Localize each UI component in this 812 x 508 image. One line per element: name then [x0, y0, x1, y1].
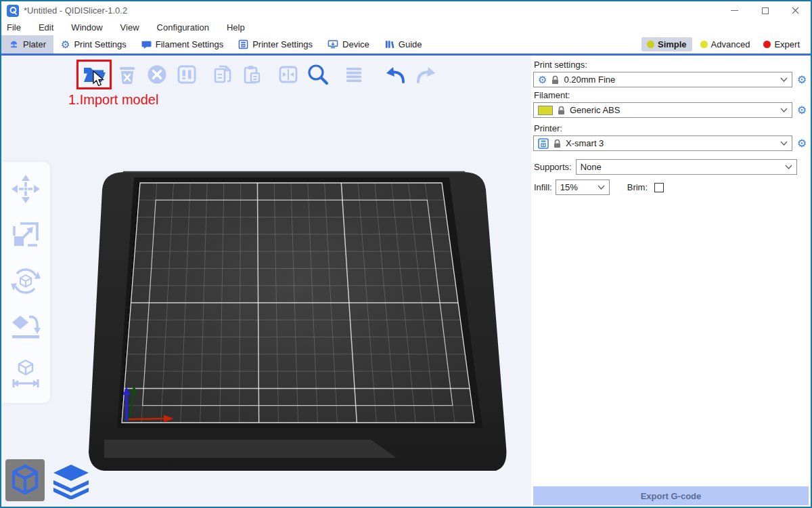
- split-objects-button[interactable]: [273, 60, 303, 89]
- preview-layers-button[interactable]: [50, 462, 92, 501]
- infill-label: Infill:: [534, 182, 552, 192]
- chevron-down-icon: [780, 141, 788, 146]
- redo-button[interactable]: [411, 60, 441, 89]
- guide-icon: [384, 39, 394, 49]
- filament-color-swatch: [538, 106, 553, 115]
- close-button[interactable]: [780, 1, 811, 20]
- filament-dropdown[interactable]: Generic ABS: [533, 102, 792, 118]
- place-on-face-tool-button[interactable]: [4, 305, 47, 349]
- lock-icon: [551, 75, 559, 85]
- delete-all-button[interactable]: [142, 60, 172, 89]
- paste-button[interactable]: [238, 60, 267, 89]
- mode-switcher: Simple Advanced Expert: [641, 35, 811, 54]
- scale-icon: [10, 219, 41, 251]
- measure-icon: [10, 358, 41, 389]
- 3d-viewport[interactable]: 1.Import model: [1, 56, 531, 507]
- undo-icon: [384, 63, 408, 86]
- circle-x-icon: [145, 63, 168, 86]
- 3d-editor-view-button[interactable]: [5, 459, 45, 501]
- printer-dropdown[interactable]: X-smart 3: [533, 135, 792, 151]
- tab-bar: Plater ⚙ Print Settings Filament Setting…: [1, 35, 811, 56]
- place-on-face-icon: [10, 312, 41, 343]
- menu-file[interactable]: File: [7, 20, 30, 35]
- move-tool-button[interactable]: [4, 167, 47, 211]
- rotate-icon: [10, 266, 41, 297]
- cube-view-icon: [9, 463, 41, 497]
- advanced-dot-icon: [700, 41, 708, 48]
- mouse-cursor: [92, 70, 106, 88]
- rotate-tool-button[interactable]: [4, 259, 47, 303]
- printer-label: Printer:: [534, 123, 809, 133]
- title-bar: *Untitled - QIDISlicer-1.0.2: [1, 1, 811, 20]
- simple-dot-icon: [647, 41, 654, 48]
- lock-icon: [558, 106, 565, 115]
- supports-label: Supports:: [534, 162, 572, 172]
- print-settings-gear-button[interactable]: ⚙: [795, 75, 809, 85]
- print-settings-dropdown[interactable]: ⚙ 0.20mm Fine: [533, 72, 792, 87]
- layers-icon: [53, 464, 89, 499]
- layer-list-icon: [342, 63, 365, 86]
- brim-label: Brim:: [627, 182, 648, 192]
- axis-indicator: [123, 386, 175, 423]
- chevron-down-icon: [780, 108, 788, 112]
- expert-dot-icon: [763, 41, 771, 48]
- search-icon: [305, 62, 331, 87]
- printer-icon: [538, 138, 549, 149]
- gear-icon: ⚙: [538, 75, 547, 85]
- search-button[interactable]: [303, 60, 333, 89]
- copy-icon: [211, 63, 234, 86]
- window-title: *Untitled - QIDISlicer-1.0.2: [24, 5, 127, 16]
- redo-icon: [413, 63, 438, 86]
- chevron-down-icon: [785, 165, 792, 169]
- filament-gear-button[interactable]: ⚙: [795, 105, 809, 116]
- tab-device[interactable]: Device: [320, 35, 377, 54]
- arrange-button[interactable]: [172, 60, 202, 89]
- chevron-down-icon: [780, 77, 788, 82]
- app-logo-icon: [7, 5, 19, 17]
- tab-print-settings[interactable]: ⚙ Print Settings: [53, 35, 134, 54]
- print-bed: [1, 56, 531, 507]
- menu-help[interactable]: Help: [218, 20, 254, 35]
- variable-layer-height-button[interactable]: [339, 60, 369, 89]
- copy-button[interactable]: [208, 60, 238, 89]
- move-icon: [10, 173, 41, 205]
- plater-toolbar: [76, 60, 441, 89]
- menu-edit[interactable]: Edit: [30, 20, 62, 35]
- printer-icon: [238, 39, 248, 49]
- tab-filament-settings[interactable]: Filament Settings: [134, 35, 231, 54]
- minimize-button[interactable]: [719, 1, 750, 20]
- lock-icon: [554, 139, 561, 148]
- chevron-down-icon: [597, 185, 605, 190]
- scale-tool-button[interactable]: [4, 213, 47, 257]
- arrange-icon: [175, 63, 198, 86]
- mode-expert[interactable]: Expert: [758, 37, 805, 51]
- delete-button[interactable]: [112, 60, 142, 89]
- tab-guide[interactable]: Guide: [377, 35, 430, 54]
- undo-button[interactable]: [381, 60, 411, 89]
- mode-simple[interactable]: Simple: [641, 37, 692, 51]
- menu-window[interactable]: Window: [62, 20, 111, 35]
- menu-configuration[interactable]: Configuration: [148, 20, 218, 35]
- app-window: *Untitled - QIDISlicer-1.0.2 File Edit W…: [0, 0, 812, 508]
- left-tool-panel: [1, 162, 50, 403]
- export-gcode-button[interactable]: Export G-code: [533, 486, 809, 505]
- trash-x-icon: [116, 63, 139, 86]
- mode-advanced[interactable]: Advanced: [695, 37, 756, 51]
- maximize-button[interactable]: [750, 1, 780, 20]
- printer-gear-button[interactable]: ⚙: [795, 138, 809, 149]
- filament-icon: [141, 40, 152, 49]
- tab-plater[interactable]: Plater: [1, 35, 53, 54]
- menu-bar: File Edit Window View Configuration Help: [1, 20, 811, 35]
- tab-printer-settings[interactable]: Printer Settings: [231, 35, 320, 54]
- supports-dropdown[interactable]: None: [576, 159, 797, 175]
- plater-icon: [9, 39, 19, 49]
- brim-checkbox[interactable]: [654, 183, 664, 192]
- print-settings-label: Print settings:: [534, 60, 809, 70]
- measure-tool-button[interactable]: [4, 352, 47, 395]
- paste-icon: [241, 63, 264, 86]
- infill-dropdown[interactable]: 15%: [556, 179, 610, 195]
- menu-view[interactable]: View: [112, 20, 148, 35]
- device-icon: [328, 39, 338, 49]
- filament-label: Filament:: [534, 90, 809, 100]
- import-annotation: 1.Import model: [68, 92, 158, 108]
